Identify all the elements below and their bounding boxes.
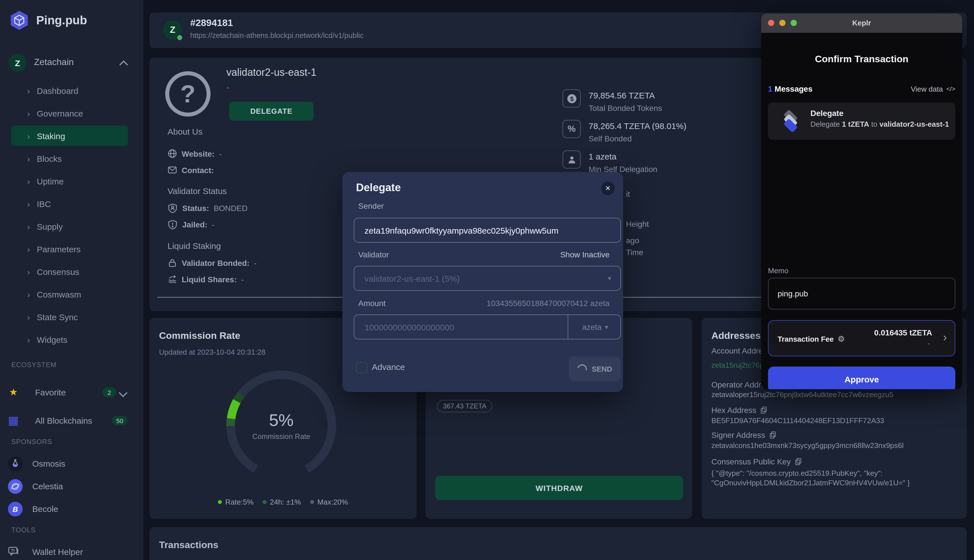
approve-button[interactable]: Approve: [768, 367, 955, 389]
validator-bonded-row: Validator Bonded: -: [167, 258, 257, 268]
chevron-right-icon: ›: [27, 312, 30, 322]
signer-address-value: zetavalcons1he03mxnk73sycyg5gppy3mcn68ll…: [712, 441, 957, 450]
about-title: About Us: [167, 127, 202, 136]
commission-rate-value: 5%: [269, 410, 294, 430]
keplr-titlebar[interactable]: Keplr: [761, 13, 962, 33]
commission-title: Commission Rate: [159, 330, 240, 342]
fee-sub-value: -: [927, 339, 930, 347]
block-height[interactable]: #2894181: [190, 18, 233, 29]
show-inactive-toggle[interactable]: Show Inactive: [560, 250, 610, 259]
website-row: Website: -: [167, 149, 222, 158]
spinner-icon: [576, 362, 589, 375]
sidebar-item-ibc[interactable]: ›IBC: [11, 193, 128, 214]
sidebar-item-dashboard[interactable]: ›Dashboard: [11, 80, 128, 101]
legend-dot-rate: [218, 500, 222, 504]
consensus-pubkey-value-line1: { "@type": "/cosmos.crypto.ed25519.PubKe…: [712, 468, 957, 478]
bonded-tokens-value: 79,854.56 TZETA: [588, 90, 655, 100]
send-button[interactable]: SEND: [569, 357, 621, 381]
sidebar-item-all-blockchains[interactable]: ▦ All Blockchains 50: [0, 411, 143, 431]
sidebar-item-uptime[interactable]: ›Uptime: [11, 171, 128, 191]
self-bonded-icon: %: [563, 120, 581, 138]
chevron-right-icon: ›: [27, 176, 30, 186]
min-self-delegation-value: 1 azeta: [588, 152, 616, 161]
amount-input[interactable]: 1000000000000000000 azeta ▾: [354, 315, 621, 339]
chevron-right-icon: ›: [27, 199, 30, 208]
osmosis-icon: [8, 457, 23, 471]
commission-updated: Updated at 2023-10-04 20:31:28: [159, 348, 266, 357]
advance-checkbox[interactable]: [356, 362, 367, 373]
chevron-right-icon: ›: [27, 244, 30, 254]
svg-text:$: $: [570, 95, 574, 102]
self-bonded-value: 78,265.4 TZETA (98.01%): [588, 121, 687, 131]
amount-label: Amount: [358, 299, 386, 308]
legend-dot-24h: [262, 500, 267, 504]
status-title: Validator Status: [167, 186, 227, 196]
liquid-shares-icon: [167, 274, 177, 284]
sponsor-item-celestia[interactable]: Celestia: [0, 476, 143, 497]
delegate-button[interactable]: DELEGATE: [229, 102, 314, 120]
sidebar: Ping.pub Z Zetachain ›Dashboard ›Governa…: [0, 0, 144, 560]
jailed-shield-icon: [167, 220, 178, 230]
brand[interactable]: Ping.pub: [8, 9, 87, 32]
zetachain-icon: Z: [8, 54, 27, 72]
sponsors-header: SPONSORS: [11, 438, 52, 446]
transaction-fee-row[interactable]: Transaction Fee ⚙ 0.016435 tZETA - ›: [768, 320, 955, 357]
hex-address-label: Hex Address: [712, 405, 768, 415]
denom-select[interactable]: azeta ▾: [568, 315, 622, 339]
sponsor-item-becole[interactable]: B Becole: [0, 499, 143, 519]
chevron-right-icon: ›: [27, 131, 30, 140]
chevron-right-icon: ›: [27, 222, 30, 231]
chain-selector[interactable]: Z Zetachain: [0, 52, 143, 73]
wallet-helper-icon: ?!: [8, 546, 19, 557]
sponsor-item-osmosis[interactable]: Osmosis: [0, 454, 143, 474]
endpoint-url[interactable]: https://zetachain-athens.blockpi.network…: [190, 31, 364, 40]
keplr-window: Keplr Confirm Transaction 1 Messages Vie…: [761, 13, 962, 389]
sidebar-item-blocks[interactable]: ›Blocks: [11, 148, 128, 168]
chevron-right-icon: ›: [943, 331, 947, 344]
transactions-card: [149, 527, 967, 560]
copy-icon[interactable]: [795, 458, 802, 465]
confirm-transaction-title: Confirm Transaction: [761, 54, 962, 65]
close-icon[interactable]: ✕: [601, 182, 615, 195]
transactions-title: Transactions: [159, 540, 219, 551]
view-data-link[interactable]: View data </>: [911, 85, 955, 93]
validator-label: Validator: [358, 250, 389, 259]
sender-input[interactable]: zeta19nfaqu9wr0fktyyampva98ec025kjy0phww…: [354, 218, 621, 243]
operator-address-value: zetavaloper15ruj2tc76pnj9xtw64utktee7cc7…: [712, 390, 957, 399]
sidebar-item-cosmwasm[interactable]: ›Cosmwasm: [11, 284, 128, 304]
sidebar-item-wallet-helper[interactable]: ?! Wallet Helper: [0, 542, 143, 560]
becole-icon: B: [8, 502, 23, 517]
memo-input[interactable]: ping.pub: [768, 278, 955, 309]
sidebar-item-favorite[interactable]: ★ Favorite 2: [0, 382, 143, 403]
tools-header: TOOLS: [11, 526, 36, 534]
commission-legend: Rate:5% 24h: ±1% Max:20%: [149, 498, 416, 506]
addresses-title: Addresses: [712, 330, 761, 342]
liquid-shares-row: Liquid Shares: -: [167, 274, 244, 284]
messages-count: 1 Messages: [768, 84, 812, 93]
sender-label: Sender: [358, 202, 384, 210]
occluded-label-fragment: Time: [626, 248, 643, 257]
occluded-value-fragment: ago: [626, 236, 639, 245]
commission-gauge: 5% Commission Rate: [226, 370, 336, 480]
sidebar-item-governance[interactable]: ›Governance: [11, 103, 128, 123]
fee-value: 0.016435 tZETA: [874, 328, 932, 337]
status-row: Status: BONDED: [167, 203, 247, 213]
sidebar-item-state-sync[interactable]: ›State Sync: [11, 307, 128, 327]
sidebar-item-consensus[interactable]: ›Consensus: [11, 261, 128, 282]
globe-icon: [167, 149, 177, 158]
min-self-delegation-icon: [563, 150, 581, 168]
sidebar-item-supply[interactable]: ›Supply: [11, 216, 128, 237]
bonded-tokens-label: Total Bonded Tokens: [588, 103, 662, 113]
validator-select[interactable]: validator2-us-east-1 (5%) ▾: [354, 266, 621, 291]
endpoint-status-dot: [177, 35, 183, 41]
withdraw-button[interactable]: WITHDRAW: [435, 476, 683, 500]
sidebar-item-staking[interactable]: ›Staking: [11, 125, 128, 146]
occluded-label-fragment: it: [626, 190, 630, 198]
gear-icon[interactable]: ⚙: [838, 334, 845, 343]
sidebar-item-parameters[interactable]: ›Parameters: [11, 239, 128, 259]
sidebar-item-widgets[interactable]: ›Widgets: [11, 329, 128, 350]
chevron-up-icon: [119, 60, 128, 69]
copy-icon[interactable]: [769, 431, 777, 439]
copy-icon[interactable]: [760, 406, 768, 414]
liquid-staking-title: Liquid Staking: [167, 241, 221, 251]
